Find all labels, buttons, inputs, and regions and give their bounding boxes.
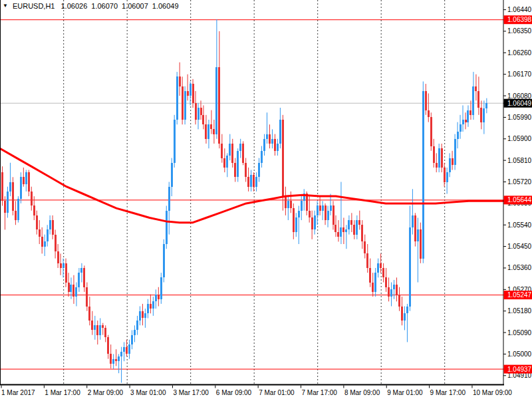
chart-frame bbox=[0, 0, 504, 385]
candle-body bbox=[317, 205, 319, 215]
bull-candle bbox=[412, 189, 414, 234]
bull-candle bbox=[99, 318, 101, 339]
candle-body bbox=[72, 285, 74, 297]
bear-candle bbox=[245, 158, 247, 182]
candle-body bbox=[253, 175, 255, 187]
bull-candle bbox=[155, 289, 157, 309]
candle-body bbox=[409, 227, 411, 307]
bear-candle bbox=[218, 31, 220, 148]
chart-title: ▼ EURUSD,H1 1.06026 1.06070 1.06007 1.06… bbox=[3, 1, 183, 10]
chart-dropdown-icon[interactable]: ▼ bbox=[3, 3, 8, 9]
bull-candle bbox=[131, 330, 133, 349]
candle-body bbox=[301, 201, 303, 210]
time-tick-label: 3 Mar 01:00 bbox=[130, 389, 166, 396]
candle-body bbox=[44, 241, 46, 246]
chart-canvas[interactable]: 1.064401.063501.062601.061701.060801.059… bbox=[0, 0, 532, 399]
bear-candle bbox=[366, 244, 368, 273]
bull-candle bbox=[277, 139, 279, 156]
bear-candle bbox=[247, 168, 249, 192]
candle-body bbox=[128, 344, 130, 354]
bear-candle bbox=[39, 220, 41, 244]
bull-candle bbox=[348, 215, 350, 235]
bull-candle bbox=[118, 354, 120, 373]
bear-candle bbox=[444, 163, 446, 187]
candle-body bbox=[309, 211, 311, 218]
bear-candle bbox=[358, 211, 360, 230]
bear-candle bbox=[221, 134, 223, 163]
candle-body bbox=[213, 129, 215, 134]
bull-candle bbox=[47, 225, 49, 246]
time-axis[interactable]: 1 Mar 20171 Mar 17:002 Mar 09:003 Mar 01… bbox=[1, 386, 512, 396]
bear-candle bbox=[187, 74, 189, 101]
candle-body bbox=[239, 144, 241, 151]
candle-body bbox=[171, 163, 173, 187]
candle-body bbox=[91, 321, 93, 330]
candle-body bbox=[472, 86, 474, 115]
bull-candle bbox=[49, 215, 51, 235]
ohlc-close-value: 1.06049 bbox=[152, 2, 179, 10]
candle-body bbox=[250, 175, 252, 187]
price-line-label-text: 1.05247 bbox=[507, 291, 532, 299]
candle-body bbox=[218, 67, 220, 144]
candle-body bbox=[12, 182, 14, 211]
candle-body bbox=[195, 103, 197, 120]
candle-body bbox=[187, 91, 189, 96]
bull-candle bbox=[7, 187, 9, 218]
candle-body bbox=[112, 359, 114, 364]
price-tick-label: 1.06350 bbox=[507, 27, 532, 35]
bear-candle bbox=[60, 253, 62, 275]
price-line-label: 1.05247 bbox=[503, 291, 532, 299]
bull-candle bbox=[460, 115, 462, 139]
bear-candle bbox=[107, 335, 109, 359]
bear-candle bbox=[234, 158, 236, 182]
bear-candle bbox=[414, 213, 416, 246]
bull-candle bbox=[171, 158, 173, 197]
bear-candle bbox=[428, 93, 430, 122]
candle-body bbox=[298, 211, 300, 218]
bull-candle bbox=[457, 122, 459, 149]
candle-body bbox=[263, 139, 265, 151]
bull-candle bbox=[422, 81, 424, 263]
bear-candle bbox=[104, 325, 106, 342]
bear-candle bbox=[433, 139, 435, 168]
bear-candle bbox=[83, 265, 85, 292]
candle-body bbox=[366, 253, 368, 268]
bear-candle bbox=[396, 277, 398, 301]
candle-body bbox=[477, 91, 479, 108]
candle-body bbox=[182, 86, 184, 120]
bull-candle bbox=[70, 277, 72, 299]
bear-candle bbox=[364, 235, 366, 259]
candle-body bbox=[166, 211, 168, 244]
candle-body bbox=[467, 110, 469, 122]
candle-body bbox=[25, 172, 27, 184]
bear-candle bbox=[337, 220, 339, 241]
candle-body bbox=[41, 237, 43, 246]
candle-body bbox=[63, 263, 65, 268]
price-tick-label: 1.06170 bbox=[507, 70, 532, 78]
support-resistance-lines[interactable] bbox=[0, 20, 503, 369]
bull-candle bbox=[374, 268, 376, 297]
bear-candle bbox=[142, 304, 144, 325]
candle-body bbox=[155, 295, 157, 302]
candle-body bbox=[234, 163, 236, 178]
price-tick-label: 1.05360 bbox=[507, 264, 532, 271]
candle-body bbox=[452, 158, 454, 166]
bull-candle bbox=[446, 168, 448, 194]
bear-candle bbox=[126, 340, 128, 356]
bull-candle bbox=[467, 105, 469, 126]
bull-candle bbox=[239, 139, 241, 158]
bull-candle bbox=[9, 163, 11, 196]
candle-body bbox=[184, 91, 186, 120]
candle-body bbox=[36, 215, 38, 230]
price-line-label-text: 1.06049 bbox=[507, 100, 532, 107]
candle-body bbox=[374, 273, 376, 292]
candle-body bbox=[223, 158, 225, 168]
candle-body bbox=[131, 335, 133, 344]
candle-body bbox=[144, 313, 146, 318]
bear-candle bbox=[115, 349, 117, 366]
candle-body bbox=[110, 354, 112, 363]
candle-body bbox=[49, 220, 51, 229]
price-axis[interactable]: 1.064401.063501.062601.061701.060801.059… bbox=[503, 6, 532, 379]
bull-candle bbox=[258, 158, 260, 182]
candle-body bbox=[393, 285, 395, 289]
